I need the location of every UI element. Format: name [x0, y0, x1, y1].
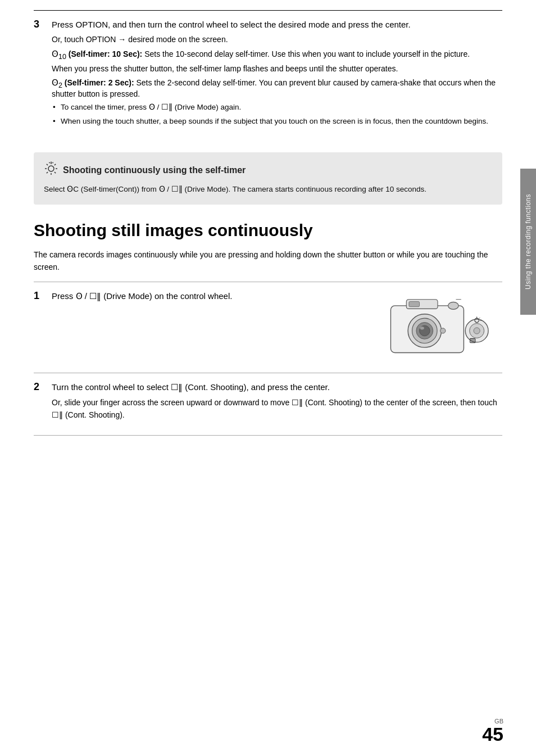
svg-point-18: [420, 327, 424, 330]
side-tab: Using the recording functions: [520, 169, 536, 315]
step1-section: 1 Press ʘ / ☐‖ (Drive Mode) on the contr…: [34, 282, 502, 373]
info-box-body: Select ʘC (Self-timer(Cont)) from ʘ / ☐‖…: [44, 184, 491, 196]
camera-diagram: [379, 290, 497, 363]
step1-content: Press ʘ / ☐‖ (Drive Mode) on the control…: [52, 290, 371, 305]
page-container: Using the recording functions 3 Press OP…: [0, 0, 536, 756]
svg-line-6: [54, 172, 56, 173]
step3-selftimer2-icon: ʘ2: [52, 78, 62, 87]
step3-selftimer10-label: (Self-timer: 10 Sec):: [69, 49, 142, 58]
step3-number: 3: [34, 19, 46, 30]
step2-text1: Turn the control wheel to select ☐‖ (Con…: [52, 381, 502, 394]
page-number: 45: [482, 723, 503, 745]
svg-point-32: [440, 328, 446, 333]
svg-point-9: [49, 162, 50, 164]
svg-line-8: [47, 172, 48, 173]
step3-row: 3 Press OPTION, and then turn the contro…: [34, 19, 502, 130]
step3-title: Press OPTION, and then turn the control …: [52, 19, 502, 31]
page-footer: GB 45: [482, 718, 503, 744]
step2-row: 2 Turn the control wheel to select ☐‖ (C…: [34, 381, 502, 424]
svg-point-0: [48, 166, 54, 171]
svg-line-25: [479, 318, 480, 319]
step3-selftimer10-desc2: When you press the shutter button, the s…: [52, 64, 398, 73]
svg-point-10: [51, 162, 52, 163]
step1-text-col: 1 Press ʘ / ☐‖ (Drive Mode) on the contr…: [34, 290, 371, 309]
info-box-header: Shooting continuously using the self-tim…: [44, 161, 491, 179]
step1-2col: 1 Press ʘ / ☐‖ (Drive Mode) on the contr…: [34, 290, 502, 365]
svg-point-22: [474, 328, 480, 334]
step3-selftimer10-desc: Sets the 10-second delay self-timer. Use…: [144, 49, 470, 58]
step2-section: 2 Turn the control wheel to select ☐‖ (C…: [34, 373, 502, 436]
main-heading: Shooting still images continuously: [34, 220, 502, 241]
step3-bullets: To cancel the timer, press ʘ / ☐‖ (Drive…: [52, 102, 502, 128]
step1-number: 1: [34, 290, 46, 302]
step3-section: 3 Press OPTION, and then turn the contro…: [34, 10, 502, 143]
main-intro: The camera records images continuously w…: [34, 248, 502, 274]
step3-selftimer10-icon: ʘ10: [52, 49, 66, 58]
step1-text: Press ʘ / ☐‖ (Drive Mode) on the control…: [52, 290, 371, 303]
info-box-title: Shooting continuously using the self-tim…: [63, 165, 246, 175]
svg-point-11: [52, 162, 53, 164]
svg-line-7: [54, 164, 56, 165]
step2-content: Turn the control wheel to select ☐‖ (Con…: [52, 381, 502, 424]
step3-bullet1: To cancel the timer, press ʘ / ☐‖ (Drive…: [52, 102, 502, 114]
step3-selftimer10-desc2-block: When you press the shutter button, the s…: [52, 64, 502, 73]
step3-content: Press OPTION, and then turn the control …: [52, 19, 502, 130]
step1-image-col: [379, 290, 502, 365]
step2-number: 2: [34, 381, 46, 393]
svg-rect-33: [409, 301, 420, 306]
self-timer-cont-icon: [44, 161, 58, 179]
step3-bullet2: When using the touch shutter, a beep sou…: [52, 116, 502, 128]
side-tab-text: Using the recording functions: [524, 194, 532, 289]
step3-sub1: Or, touch OPTION → desired mode on the s…: [52, 34, 502, 46]
step2-text2: Or, slide your finger across the screen …: [52, 397, 502, 421]
step3-selftimer2-block: ʘ2 (Self-timer: 2 Sec): Sets the 2-secon…: [52, 78, 502, 98]
info-box: Shooting continuously using the self-tim…: [34, 152, 502, 205]
svg-line-5: [47, 164, 48, 165]
step3-selftimer2-label: (Self-timer: 2 Sec):: [65, 78, 134, 87]
step3-selftimer10-block: ʘ10 (Self-timer: 10 Sec): Sets the 10-se…: [52, 49, 502, 61]
step1-row: 1 Press ʘ / ☐‖ (Drive Mode) on the contr…: [34, 290, 371, 305]
main-section: Shooting still images continuously The c…: [34, 220, 502, 274]
svg-point-19: [448, 302, 459, 309]
